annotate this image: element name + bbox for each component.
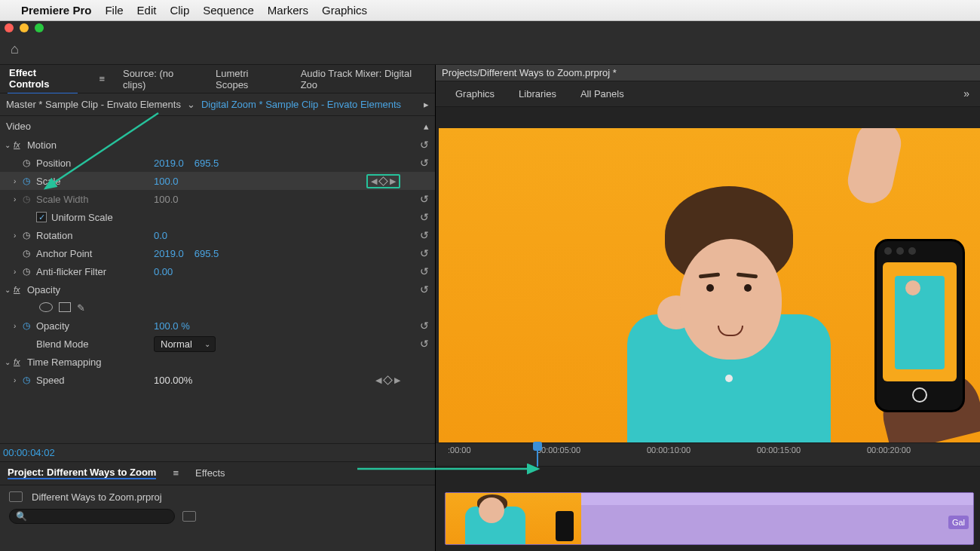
tab-libraries[interactable]: Libraries [519, 88, 556, 99]
new-bin-icon[interactable] [182, 511, 196, 522]
expand-timeline-icon[interactable]: ▸ [424, 99, 429, 110]
antiflicker-row[interactable]: › ◷ Anti-flicker Filter 0.00 ↺ [0, 262, 435, 280]
tab-source[interactable]: Source: (no clips) [121, 65, 198, 93]
reset-icon[interactable]: ↺ [420, 338, 429, 350]
expand-icon[interactable]: › [14, 177, 23, 185]
tab-effect-controls[interactable]: Effect Controls [8, 64, 78, 94]
sequence-clip-label[interactable]: Digital Zoom * Sample Clip - Envato Elem… [201, 99, 401, 110]
menu-sequence[interactable]: Sequence [203, 4, 254, 17]
prev-keyframe-icon[interactable]: ◀ [375, 375, 381, 385]
stopwatch-icon[interactable]: ◷ [23, 158, 36, 168]
panel-menu-icon[interactable]: ≡ [173, 467, 179, 479]
reset-icon[interactable]: ↺ [420, 320, 429, 332]
tab-project[interactable]: Project: Different Ways to Zoom [8, 467, 156, 479]
project-file-row[interactable]: Different Ways to Zoom.prproj [9, 491, 426, 503]
anchor-x[interactable]: 2019.0 [154, 248, 184, 259]
scale-row[interactable]: › ◷ Scale 100.0 ◀ ▶ ↺ [0, 172, 435, 190]
rectangle-mask-icon[interactable] [59, 302, 71, 312]
expand-icon[interactable]: › [14, 231, 23, 240]
home-icon[interactable]: ⌂ [11, 41, 19, 57]
anchor-point-row[interactable]: › ◷ Anchor Point 2019.0 695.5 ↺ [0, 244, 435, 262]
stopwatch-icon[interactable]: ◷ [23, 266, 36, 277]
stopwatch-active-icon[interactable]: ◷ [23, 375, 36, 385]
timeline[interactable]: fx Sample Clip - Envato Elements Gal [436, 467, 980, 551]
reset-icon[interactable]: ↺ [420, 247, 429, 259]
scale-value[interactable]: 100.0 [154, 176, 179, 187]
project-search-input[interactable]: 🔍 [9, 509, 175, 524]
close-icon[interactable] [5, 23, 14, 32]
expand-icon[interactable]: › [14, 322, 23, 330]
reset-icon[interactable]: ↺ [420, 229, 429, 241]
anchor-y[interactable]: 695.5 [194, 248, 219, 259]
expand-icon[interactable]: › [14, 268, 23, 276]
blend-mode-row[interactable]: ›◷ Blend Mode Normal ⌄ ↺ [0, 335, 435, 353]
menu-markers[interactable]: Markers [268, 4, 308, 17]
stopwatch-icon[interactable]: ◷ [23, 248, 36, 259]
disclose-icon[interactable]: ⌄ [5, 358, 14, 366]
antiflicker-label: Anti-flicker Filter [36, 266, 154, 277]
opacity-group[interactable]: ⌄ fx Opacity ↺ [0, 280, 435, 298]
timecode-value[interactable]: 00:00:04:02 [3, 447, 55, 458]
master-clip-label[interactable]: Master * Sample Clip - Envato Elements [6, 99, 181, 110]
reset-icon[interactable]: ↺ [420, 283, 429, 295]
zoom-icon[interactable] [35, 23, 44, 32]
chevron-down-icon[interactable]: ⌄ [187, 99, 195, 110]
position-y[interactable]: 695.5 [194, 158, 219, 169]
reset-icon[interactable]: ↺ [420, 211, 429, 223]
menu-graphics[interactable]: Graphics [322, 4, 367, 17]
time-remap-group[interactable]: ⌄ fx Time Remapping [0, 353, 435, 371]
opacity-row[interactable]: › ◷ Opacity 100.0 % ↺ [0, 317, 435, 335]
position-row[interactable]: › ◷ Position 2019.0 695.5 ↺ [0, 154, 435, 172]
reset-icon[interactable]: ↺ [420, 265, 429, 277]
panel-menu-icon[interactable]: ≡ [99, 73, 105, 84]
timeline-ruler[interactable]: :00:00 00:00:05:00 00:00:10:00 00:00:15:… [436, 442, 980, 458]
add-keyframe-icon[interactable] [383, 375, 393, 385]
speed-row[interactable]: › ◷ Speed 100.00% ◀ ▶ [0, 371, 435, 389]
pen-mask-icon[interactable]: ✎ [77, 302, 85, 314]
tab-all-panels[interactable]: All Panels [580, 88, 624, 99]
tab-graphics[interactable]: Graphics [455, 88, 495, 99]
tab-audio-mixer[interactable]: Audio Track Mixer: Digital Zoo [299, 65, 427, 93]
program-monitor[interactable] [439, 128, 980, 442]
rotation-row[interactable]: › ◷ Rotation 0.0 ↺ [0, 226, 435, 244]
ruler-track[interactable] [436, 457, 980, 467]
next-keyframe-icon[interactable]: ▶ [390, 176, 396, 186]
motion-group[interactable]: ⌄ fx Motion ↺ [0, 136, 435, 154]
tab-lumetri-scopes[interactable]: Lumetri Scopes [214, 65, 283, 93]
next-keyframe-icon[interactable]: ▶ [394, 375, 400, 385]
stopwatch-icon[interactable]: ◷ [23, 230, 36, 240]
speed-value[interactable]: 100.00% [154, 375, 192, 386]
menu-file[interactable]: File [105, 4, 123, 17]
reset-icon[interactable]: ↺ [420, 139, 429, 151]
add-keyframe-icon[interactable] [378, 176, 388, 186]
timeline-clip[interactable]: fx Sample Clip - Envato Elements Gal [445, 492, 974, 545]
playhead-handle-icon[interactable] [533, 442, 542, 451]
opacity-value[interactable]: 100.0 % [154, 320, 190, 332]
rotation-value[interactable]: 0.0 [154, 230, 167, 241]
stopwatch-active-icon[interactable]: ◷ [23, 176, 36, 186]
fx-badge-icon[interactable]: fx [14, 357, 27, 366]
expand-icon[interactable]: › [14, 195, 23, 204]
disclose-icon[interactable]: ⌄ [5, 141, 14, 149]
reset-icon[interactable]: ↺ [420, 193, 429, 205]
fx-badge-icon[interactable]: fx [14, 285, 27, 294]
menu-clip[interactable]: Clip [170, 4, 189, 17]
disclose-icon[interactable]: ⌄ [5, 286, 14, 294]
antiflicker-value[interactable]: 0.00 [154, 266, 173, 277]
blend-mode-select[interactable]: Normal ⌄ [154, 336, 216, 352]
fx-badge-icon[interactable]: fx [14, 140, 27, 149]
menu-edit[interactable]: Edit [137, 4, 157, 17]
uniform-scale-checkbox[interactable]: ✓ [36, 212, 47, 222]
minimize-icon[interactable] [20, 23, 29, 32]
stopwatch-active-icon[interactable]: ◷ [23, 320, 36, 331]
expand-icon[interactable]: › [14, 376, 23, 384]
position-x[interactable]: 2019.0 [154, 158, 184, 169]
tab-effects[interactable]: Effects [195, 467, 225, 479]
ellipse-mask-icon[interactable] [39, 302, 53, 312]
uniform-scale-row[interactable]: ›◷ ✓ Uniform Scale ↺ [0, 208, 435, 226]
overflow-icon[interactable]: » [963, 87, 969, 99]
collapse-icon[interactable]: ▴ [424, 121, 429, 132]
reset-icon[interactable]: ↺ [420, 157, 429, 169]
scale-width-row[interactable]: › ◷ Scale Width 100.0 ↺ [0, 190, 435, 208]
prev-keyframe-icon[interactable]: ◀ [371, 176, 377, 186]
